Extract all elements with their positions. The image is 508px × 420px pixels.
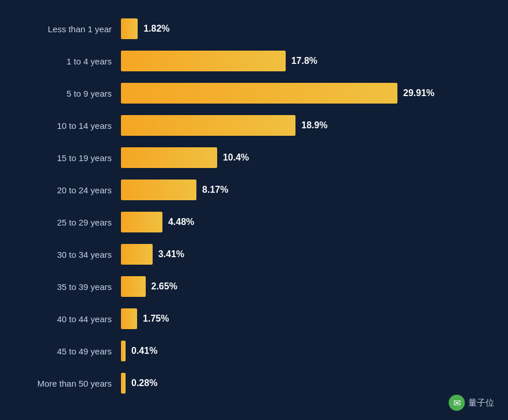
bar	[121, 18, 138, 39]
bar-area: 0.28%	[121, 373, 485, 394]
bar	[121, 115, 295, 136]
bar-area: 2.65%	[121, 276, 485, 297]
bar-value: 18.9%	[301, 120, 327, 131]
bar	[121, 180, 196, 200]
row-label: 10 to 14 years	[23, 121, 121, 131]
bar-value: 0.28%	[131, 378, 157, 388]
bar-area: 18.9%	[121, 115, 485, 136]
bar-area: 10.4%	[121, 147, 485, 168]
row-label: 45 to 49 years	[23, 346, 121, 356]
bar-area: 3.41%	[121, 244, 485, 265]
chart-row: 20 to 24 years8.17%	[23, 175, 485, 205]
bar-value: 3.41%	[158, 249, 184, 259]
row-label: 1 to 4 years	[23, 56, 121, 66]
bar-value: 8.17%	[202, 185, 228, 195]
wechat-icon: ✉	[449, 395, 465, 411]
chart-row: 30 to 34 years3.41%	[23, 239, 485, 269]
chart-row: 5 to 9 years29.91%	[23, 78, 485, 108]
row-label: 40 to 44 years	[23, 314, 121, 324]
bar-value: 17.8%	[291, 56, 317, 66]
chart-row: More than 50 years0.28%	[23, 368, 485, 398]
chart-row: 35 to 39 years2.65%	[23, 272, 485, 301]
bar-area: 1.75%	[121, 308, 485, 329]
row-label: 30 to 34 years	[23, 250, 121, 259]
bar-area: 4.48%	[121, 212, 485, 232]
bar-value: 4.48%	[168, 217, 194, 227]
chart-row: 15 to 19 years10.4%	[23, 143, 485, 173]
bar	[121, 83, 397, 104]
bar-area: 1.82%	[121, 18, 485, 39]
bar	[121, 212, 162, 232]
row-label: 20 to 24 years	[23, 185, 121, 195]
bar-area: 17.8%	[121, 51, 485, 71]
bar-area: 8.17%	[121, 180, 485, 200]
chart-row: 45 to 49 years0.41%	[23, 336, 485, 366]
row-label: 15 to 19 years	[23, 153, 121, 163]
chart-row: Less than 1 year1.82%	[23, 14, 485, 44]
row-label: 35 to 39 years	[23, 282, 121, 292]
chart-row: 40 to 44 years1.75%	[23, 304, 485, 334]
bar-value: 2.65%	[151, 281, 177, 292]
watermark: ✉ 量子位	[449, 395, 494, 411]
chart-row: 1 to 4 years17.8%	[23, 46, 485, 76]
bar-value: 1.75%	[143, 314, 169, 324]
bar-value: 10.4%	[223, 152, 249, 163]
row-label: Less than 1 year	[23, 24, 121, 34]
bar	[121, 51, 286, 71]
bar-value: 0.41%	[131, 346, 157, 356]
bar	[121, 341, 126, 361]
row-label: 5 to 9 years	[23, 89, 121, 98]
watermark-text: 量子位	[468, 398, 494, 408]
chart-row: 25 to 29 years4.48%	[23, 207, 485, 237]
chart-container: Less than 1 year1.82%1 to 4 years17.8%5 …	[0, 0, 508, 420]
row-label: 25 to 29 years	[23, 217, 121, 227]
bar	[121, 308, 137, 329]
bar	[121, 276, 146, 297]
bar	[121, 373, 126, 394]
bar-value: 29.91%	[403, 88, 434, 98]
chart-row: 10 to 14 years18.9%	[23, 110, 485, 140]
row-label: More than 50 years	[23, 379, 121, 388]
bar-area: 29.91%	[121, 83, 485, 104]
bar-value: 1.82%	[143, 24, 169, 34]
bar	[121, 244, 153, 265]
bar-area: 0.41%	[121, 341, 485, 361]
bar	[121, 147, 217, 168]
